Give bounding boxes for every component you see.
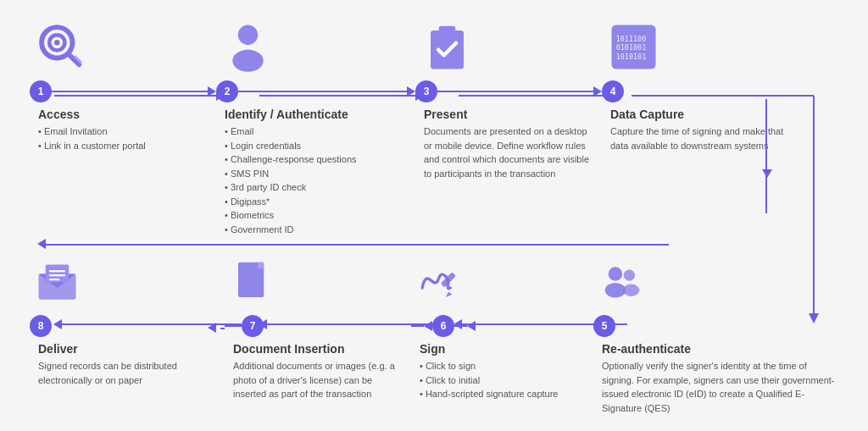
- list-item: Click to sign: [420, 359, 558, 373]
- svg-text:1010101: 1010101: [616, 52, 647, 60]
- svg-text:1011100: 1011100: [616, 35, 647, 43]
- step-3-circle: 3: [415, 80, 437, 102]
- step-8-circle: 8: [30, 315, 52, 337]
- step-6-block: 6 Sign Click to sign Click to initial Ha…: [411, 251, 589, 401]
- step-3-block: 3 Present Documents are presented on a d…: [415, 13, 593, 180]
- list-item: Login credentials: [225, 139, 357, 153]
- step-4-block: 1011100 0101001 1010101 4 Data Capture C…: [602, 13, 784, 152]
- step-7-title: Document Insertion: [225, 342, 344, 356]
- arrow-6-7: [424, 321, 432, 331]
- svg-rect-21: [258, 262, 264, 268]
- step-7-block: 7 Document Insertion Additional document…: [225, 251, 407, 401]
- svg-point-5: [238, 25, 258, 44]
- arrow-6-5: [467, 321, 476, 331]
- step-4-text: Capture the time of signing and make tha…: [602, 124, 784, 152]
- person-icon: [220, 19, 275, 75]
- clipboard-icon: [420, 19, 475, 75]
- arrow-8-7: [208, 323, 216, 333]
- list-item: Email: [225, 124, 357, 139]
- down-arrow: [762, 169, 772, 178]
- list-item: SMS PIN: [225, 167, 357, 181]
- line-7-8: [225, 325, 242, 327]
- step-8-block: 8 Deliver Signed records can be distribu…: [30, 251, 208, 387]
- svg-rect-8: [439, 25, 456, 33]
- list-item: Link in a customer portal: [38, 139, 146, 153]
- step-5-title: Re-authenticate: [593, 342, 691, 356]
- list-item: Government ID: [225, 223, 357, 237]
- group-icon: [598, 260, 644, 307]
- step-3-text: Documents are presented on a desktop or …: [415, 124, 593, 180]
- svg-point-24: [609, 267, 623, 281]
- left-arrow-bottom: [37, 239, 46, 249]
- step-5-block: 5 Re-authenticate Optionally verify the …: [593, 251, 838, 415]
- svg-point-25: [605, 283, 626, 298]
- step-1-text: Email Invitation Link in a customer port…: [30, 124, 146, 152]
- document-icon: [229, 260, 275, 307]
- envelope-icon: [34, 260, 81, 307]
- line-6-left: [411, 325, 424, 327]
- step-2-text: Email Login credentials Challenge-respon…: [216, 124, 357, 236]
- step-2-block: 2 Identify / Authenticate Email Login cr…: [216, 13, 407, 236]
- list-item: Click to initial: [420, 373, 558, 388]
- step-7-circle: 7: [242, 315, 264, 337]
- svg-text:0101001: 0101001: [616, 43, 647, 52]
- bottom-h-line: [46, 244, 669, 246]
- list-item: Challenge-response questions: [225, 152, 357, 167]
- vertical-connector-right: [765, 99, 767, 213]
- step-6-title: Sign: [411, 342, 445, 356]
- list-item: Digipass*: [225, 195, 357, 209]
- step-8-title: Deliver: [30, 342, 78, 356]
- line-6-right: [454, 325, 467, 327]
- svg-point-2: [54, 40, 60, 46]
- workflow-diagram: 1 Access Email Invitation Link in a cust…: [0, 0, 868, 431]
- svg-point-27: [623, 285, 640, 296]
- list-item: Biometrics: [225, 208, 357, 223]
- step-6-circle: 6: [432, 315, 454, 337]
- svg-marker-23: [446, 291, 453, 297]
- step-8-text: Signed records can be distributed electr…: [30, 359, 208, 387]
- svg-point-26: [624, 270, 635, 281]
- step-1-circle: 1: [30, 80, 52, 102]
- step-7-text: Additional documents or images (e.g. a p…: [225, 359, 407, 401]
- signature-icon: [415, 260, 462, 307]
- data-icon: 1011100 0101001 1010101: [606, 19, 661, 75]
- step-5-text: Optionally verify the signer's identity …: [593, 359, 838, 415]
- step-4-title: Data Capture: [602, 108, 684, 121]
- step-2-title: Identify / Authenticate: [216, 108, 348, 121]
- step-4-circle: 4: [602, 80, 624, 102]
- list-item: Hand-scripted signature capture: [420, 387, 558, 401]
- svg-point-6: [232, 49, 263, 71]
- step-6-text: Click to sign Click to initial Hand-scri…: [411, 359, 558, 401]
- list-item: Email Invitation: [38, 124, 146, 139]
- target-icon: [34, 19, 89, 75]
- step-5-circle: 5: [593, 315, 615, 337]
- step-1-block: 1 Access Email Invitation Link in a cust…: [30, 13, 208, 152]
- step-3-title: Present: [415, 108, 467, 121]
- list-item: 3rd party ID check: [225, 180, 357, 195]
- step-2-circle: 2: [216, 80, 238, 102]
- step-1-title: Access: [30, 108, 80, 121]
